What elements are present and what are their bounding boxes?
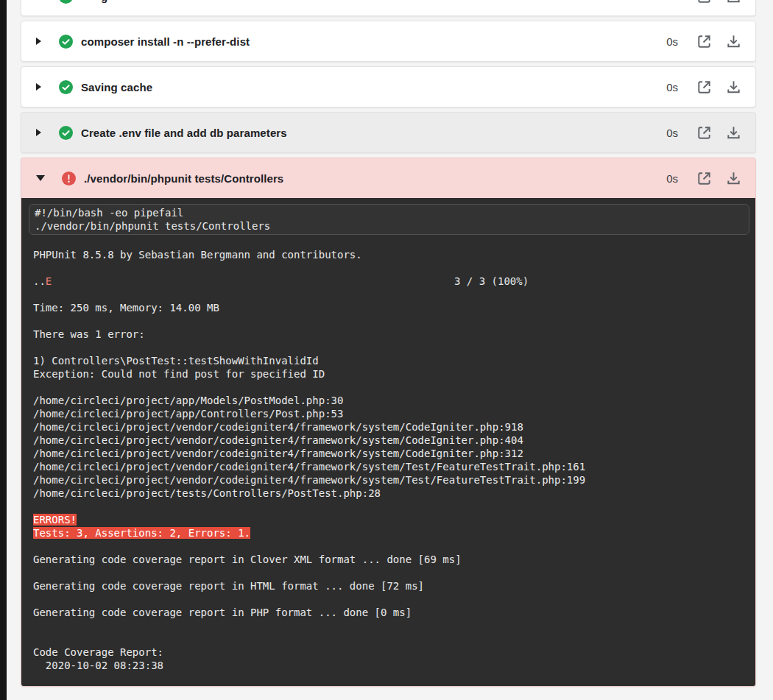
log-line: Time: 250 ms, Memory: 14.00 MB	[33, 301, 749, 314]
download-icon[interactable]	[725, 33, 742, 50]
log-line: Exception: Could not find post for speci…	[33, 367, 749, 381]
step-row-saving-cache[interactable]: Saving cache 0s	[21, 66, 756, 107]
terminal-log: PHPUnit 8.5.8 by Sebastian Bergmann and …	[33, 248, 749, 687]
step-list-page: g composer	[0, 0, 773, 700]
stack-line: /home/circleci/project/tests/Controllers…	[33, 487, 749, 500]
log-line: Code Coverage Report:	[33, 646, 749, 659]
step-header[interactable]: composer install -n --prefer-dist 0s	[21, 21, 755, 61]
log-line: 2020-10-02 08:23:38	[33, 659, 749, 672]
check-circle-icon	[59, 0, 73, 4]
download-icon[interactable]	[725, 170, 742, 187]
chevron-right-icon[interactable]	[36, 38, 41, 45]
download-icon[interactable]	[725, 79, 742, 96]
stack-line: /home/circleci/project/app/Models/PostMo…	[33, 394, 749, 407]
stack-line: /home/circleci/project/vendor/codeignite…	[33, 460, 749, 473]
step-duration: 0s	[666, 127, 678, 139]
step-label: Saving cache	[81, 81, 152, 93]
command-box: #!/bin/bash -eo pipefail./vendor/bin/php…	[29, 204, 749, 235]
step-header[interactable]: g	[21, 0, 755, 17]
step-duration: 0s	[666, 81, 678, 93]
step-row-composer-install[interactable]: composer install -n --prefer-dist 0s	[21, 21, 756, 62]
open-in-new-icon[interactable]	[696, 170, 713, 187]
log-line: Generating code coverage report in Clove…	[33, 553, 749, 566]
step-duration: 0s	[666, 172, 678, 185]
step-row-create-env[interactable]: Create .env file and add db parameters 0…	[21, 112, 756, 153]
check-circle-icon	[59, 80, 73, 94]
open-in-new-icon[interactable]	[696, 0, 713, 5]
log-line: Generating code coverage report in PHP f…	[33, 606, 749, 619]
step-label: composer install -n --prefer-dist	[81, 35, 250, 48]
step-label: ./vendor/bin/phpunit tests/Controllers	[84, 172, 283, 185]
step-header[interactable]: ./vendor/bin/phpunit tests/Controllers 0…	[21, 158, 755, 198]
step-header[interactable]: Saving cache 0s	[21, 67, 755, 107]
open-in-new-icon[interactable]	[696, 124, 713, 141]
step-row-phpunit-failed: ./vendor/bin/phpunit tests/Controllers 0…	[21, 158, 756, 687]
chevron-right-icon[interactable]	[36, 83, 41, 91]
check-circle-icon	[59, 126, 73, 140]
stack-line: /home/circleci/project/vendor/codeignite…	[33, 420, 749, 434]
left-edge-strip	[0, 0, 7, 700]
log-line: PHPUnit 8.5.8 by Sebastian Bergmann and …	[33, 248, 749, 261]
step-label: Create .env file and add db parameters	[81, 127, 287, 139]
open-in-new-icon[interactable]	[696, 79, 713, 96]
chevron-right-icon[interactable]	[36, 129, 41, 136]
log-line-partial: Summary:	[33, 685, 749, 687]
download-icon[interactable]	[725, 124, 742, 141]
error-circle-icon	[62, 172, 76, 185]
step-header[interactable]: Create .env file and add db parameters 0…	[21, 113, 755, 152]
log-line-errors-summary: Tests: 3, Assertions: 2, Errors: 1.	[33, 526, 749, 540]
command-line: ./vendor/bin/phpunit tests/Controllers	[35, 219, 744, 233]
errors-banner-highlight: ERRORS!	[33, 514, 77, 526]
stack-line: /home/circleci/project/vendor/codeignite…	[33, 447, 749, 460]
stack-line: /home/circleci/project/vendor/codeignite…	[33, 473, 749, 487]
log-line: 1) Controllers\PostTest::testShowWithInv…	[33, 354, 749, 367]
log-line: Generating code coverage report in HTML …	[33, 579, 749, 593]
stack-line: /home/circleci/project/vendor/codeignite…	[33, 434, 749, 447]
terminal-output[interactable]: #!/bin/bash -eo pipefail./vendor/bin/php…	[21, 198, 756, 687]
step-duration: 0s	[666, 35, 678, 48]
stack-line: /home/circleci/project/app/Controllers/P…	[33, 407, 749, 420]
command-line: #!/bin/bash -eo pipefail	[35, 206, 744, 219]
chevron-down-icon[interactable]	[36, 175, 45, 181]
progress-counter: 3 / 3 (100%)	[454, 275, 529, 288]
log-line-progress: ..E3 / 3 (100%)	[33, 275, 749, 288]
step-label-fragment: g	[81, 0, 107, 3]
progress-error-char: E	[46, 275, 52, 287]
check-circle-icon	[59, 35, 73, 49]
log-line: There was 1 error:	[33, 328, 749, 341]
download-icon[interactable]	[725, 0, 742, 5]
open-in-new-icon[interactable]	[696, 33, 713, 50]
progress-dots: ..	[33, 275, 46, 287]
step-row-partial[interactable]: g	[21, 0, 756, 16]
errors-summary-highlight: Tests: 3, Assertions: 2, Errors: 1.	[33, 527, 250, 539]
log-line-errors-banner: ERRORS!	[33, 513, 749, 526]
